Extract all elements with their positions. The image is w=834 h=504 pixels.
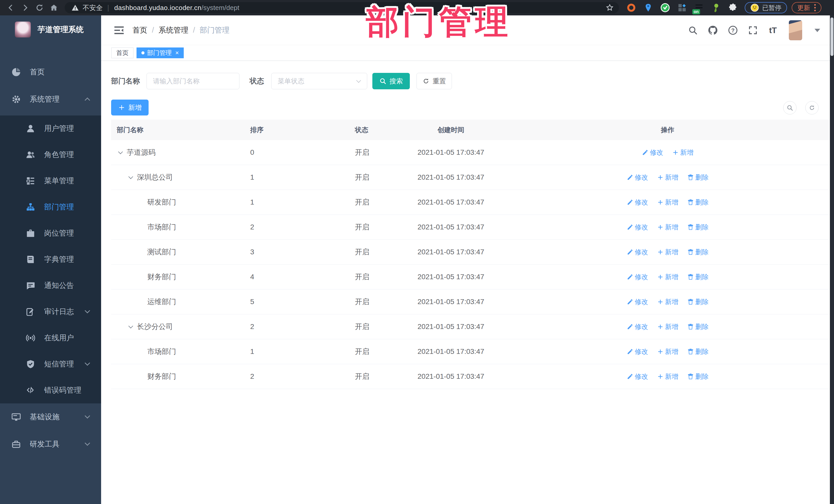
edit-row-action[interactable]: 修改 (627, 248, 648, 257)
add-row-action[interactable]: 新增 (657, 347, 679, 356)
add-row-action[interactable]: 新增 (657, 322, 679, 331)
sidebar-item-users[interactable]: 角色管理 (0, 141, 101, 168)
sidebar: 芋道管理系统 首页 系统管理 用户管理 角色管理 菜单管理 部门管理 岗位管理 … (0, 15, 101, 504)
add-row-action[interactable]: 新增 (672, 148, 694, 157)
delete-row-action[interactable]: 删除 (687, 223, 709, 232)
sidebar-item-post[interactable]: 岗位管理 (0, 220, 101, 246)
table-header: 部门名称排序状态创建时间操作 (111, 119, 829, 140)
browser-menu-icon[interactable] (814, 4, 816, 11)
toggle-search-button[interactable] (783, 101, 796, 114)
delete-row-action[interactable]: 删除 (687, 347, 709, 356)
status-select[interactable]: 菜单状态 (271, 73, 367, 89)
edit-row-action[interactable]: 修改 (627, 322, 648, 331)
font-size-icon[interactable]: tT (767, 25, 778, 36)
refresh-table-button[interactable] (805, 101, 819, 114)
add-row-action[interactable]: 新增 (657, 272, 679, 282)
add-row-action[interactable]: 新增 (657, 372, 679, 381)
window-scrollbar[interactable] (830, 15, 834, 504)
add-row-action[interactable]: 新增 (657, 248, 679, 257)
table-row: 测试部门 3 开启 2021-01-05 17:03:47 修改新增删除 (111, 240, 829, 265)
fullscreen-icon[interactable] (747, 25, 759, 36)
extension-squares-icon[interactable] (677, 3, 687, 13)
breadcrumb-item[interactable]: 系统管理 (159, 25, 188, 36)
edit-row-action[interactable]: 修改 (627, 372, 648, 381)
app-logo-row[interactable]: 芋道管理系统 (0, 15, 101, 44)
sidebar-item-user[interactable]: 用户管理 (0, 115, 101, 141)
sidebar-item-notice[interactable]: 通知公告 (0, 272, 101, 299)
avatar-caret-icon[interactable] (814, 29, 820, 32)
expand-row-icon[interactable] (128, 174, 133, 179)
extension-tabs-on-icon[interactable]: on (694, 3, 704, 13)
expand-row-icon[interactable] (128, 324, 133, 328)
edit-row-action[interactable]: 修改 (627, 298, 648, 306)
forward-icon[interactable] (18, 2, 32, 13)
add-row-action[interactable]: 新增 (657, 173, 679, 182)
edit-row-action[interactable]: 修改 (627, 272, 648, 282)
delete-row-action[interactable]: 删除 (687, 173, 709, 182)
table-row: 财务部门 4 开启 2021-01-05 17:03:47 修改新增删除 (111, 265, 829, 289)
github-icon[interactable] (707, 25, 719, 36)
delete-row-action[interactable]: 删除 (687, 272, 709, 282)
profile-paused-badge[interactable]: 已暂停 (745, 2, 787, 13)
edit-row-action[interactable]: 修改 (627, 347, 648, 356)
edit-icon (627, 299, 633, 305)
dept-name-input[interactable] (147, 73, 239, 89)
sidebar-item-menu[interactable]: 菜单管理 (0, 168, 101, 194)
edit-row-action[interactable]: 修改 (642, 148, 663, 157)
add-icon (657, 348, 664, 355)
user-avatar[interactable] (789, 20, 802, 40)
online-icon (26, 333, 36, 343)
add-button[interactable]: 新增 (111, 100, 149, 115)
add-row-action[interactable]: 新增 (657, 198, 679, 207)
sidebar-item-sms[interactable]: 短信管理 (0, 351, 101, 377)
back-icon[interactable] (4, 2, 18, 13)
sidebar-item-code[interactable]: 错误码管理 (0, 377, 101, 403)
delete-row-action[interactable]: 删除 (687, 322, 709, 331)
tag-item[interactable]: 首页 (111, 47, 133, 58)
sidebar-item-infra[interactable]: 基础设施 (0, 403, 101, 431)
sidebar-item-tools[interactable]: 研发工具 (0, 431, 101, 458)
sidebar-item-online[interactable]: 在线用户 (0, 325, 101, 351)
security-label[interactable]: 不安全 (83, 3, 103, 12)
edit-row-action[interactable]: 修改 (627, 223, 648, 232)
user-icon (26, 124, 36, 133)
reset-button[interactable]: 重置 (416, 73, 452, 89)
help-icon[interactable]: ? (727, 25, 739, 36)
extension-key-icon[interactable] (711, 3, 721, 13)
bookmark-star-icon[interactable] (606, 4, 614, 12)
expand-row-icon[interactable] (118, 149, 123, 154)
breadcrumb-item[interactable]: 首页 (132, 25, 147, 36)
extension-v-icon[interactable] (660, 3, 670, 13)
search-button[interactable]: 搜索 (372, 73, 410, 89)
extensions-puzzle-icon[interactable] (728, 3, 738, 13)
sidebar-item-dict[interactable]: 字典管理 (0, 246, 101, 272)
delete-row-action[interactable]: 删除 (687, 248, 709, 257)
extension-pin-icon[interactable] (643, 3, 653, 13)
scrollbar-thumb[interactable] (830, 18, 833, 56)
delete-row-action[interactable]: 删除 (687, 372, 709, 381)
edit-row-action[interactable]: 修改 (627, 173, 648, 182)
close-tag-icon[interactable]: × (175, 50, 179, 56)
delete-row-action[interactable]: 删除 (687, 298, 709, 306)
dept-icon (26, 202, 36, 212)
status-select-placeholder: 菜单状态 (278, 77, 304, 86)
add-row-action[interactable]: 新增 (657, 223, 679, 232)
chrome-update-button[interactable]: 更新 (792, 2, 821, 13)
update-label: 更新 (797, 4, 810, 12)
tag-active[interactable]: 部门管理× (136, 47, 184, 58)
home-icon[interactable] (47, 2, 61, 13)
url-host[interactable]: dashboard.yudao.iocoder.cn (114, 4, 201, 12)
sidebar-item-log[interactable]: 审计日志 (0, 299, 101, 325)
reload-icon[interactable] (32, 2, 47, 13)
add-row-action[interactable]: 新增 (657, 298, 679, 306)
sidebar-item-gear[interactable]: 系统管理 (0, 86, 101, 113)
edit-row-action[interactable]: 修改 (627, 198, 648, 207)
delete-row-action[interactable]: 删除 (687, 198, 709, 207)
sidebar-item-dept[interactable]: 部门管理 (0, 194, 101, 220)
sidebar-item-dashboard[interactable]: 首页 (0, 59, 101, 86)
extension-ubuntu-icon[interactable] (626, 3, 636, 13)
cell-sort: 2 (247, 372, 347, 380)
collapse-sidebar-icon[interactable] (113, 25, 125, 36)
address-bar[interactable]: 不安全 | dashboard.yudao.iocoder.cn/system/… (65, 2, 619, 13)
header-search-icon[interactable] (687, 25, 699, 36)
